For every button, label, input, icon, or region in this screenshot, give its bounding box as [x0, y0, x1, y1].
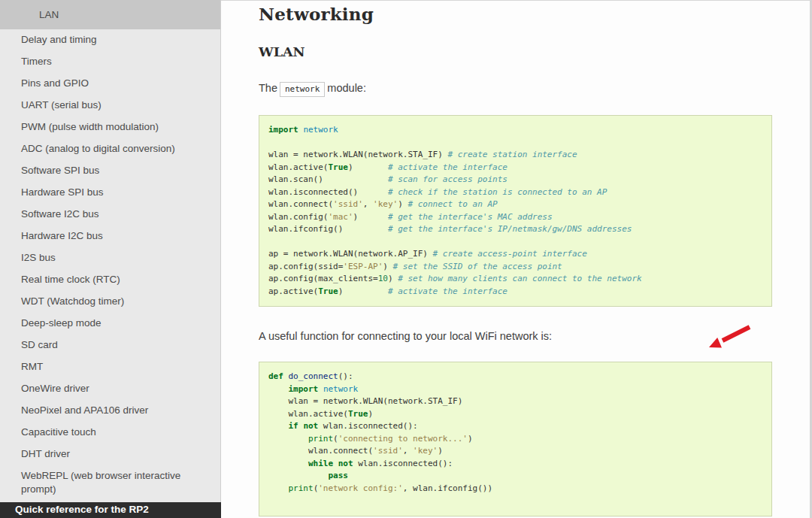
code-line: wlan.connect('ssid', 'key') [268, 445, 762, 458]
sidebar-item[interactable]: Hardware I2C bus [0, 226, 220, 247]
sidebar-item[interactable]: ADC (analog to digital conversion) [0, 138, 220, 160]
intro-paragraph: Thenetworkmodule: [259, 80, 774, 97]
code-line: wlan.config('mac') # get the interface's… [268, 211, 762, 224]
sidebar-item[interactable]: Delay and timing [0, 29, 220, 51]
sidebar-item[interactable]: Software I2C bus [0, 204, 220, 226]
code-line: print('network config:', wlan.ifconfig()… [268, 483, 762, 495]
code-line: wlan = network.WLAN(network.STA_IF) [268, 395, 762, 408]
code-line: ap.config(max_clients=10) # set how many… [268, 273, 762, 286]
code-line: import network [268, 124, 762, 137]
code-line: wlan.scan() # scan for access points [268, 174, 762, 186]
sidebar-item[interactable]: I2S bus [0, 247, 220, 269]
intro-text-before: The [259, 82, 277, 94]
code-line: ap.config(ssid='ESP-AP') # set the SSID … [268, 261, 762, 274]
code-line: wlan.active(True) [268, 408, 762, 421]
sidebar: LAN Delay and timingTimersPins and GPIOU… [0, 0, 221, 518]
sidebar-item[interactable]: SD card [0, 335, 220, 356]
content-area: Networking WLAN Thenetworkmodule: import… [221, 0, 812, 518]
code-line: ap = network.WLAN(network.AP_IF) # creat… [268, 248, 762, 261]
sidebar-item[interactable]: RMT [0, 356, 220, 378]
code-line [268, 495, 762, 507]
sidebar-item[interactable]: Capacitive touch [0, 422, 220, 444]
sidebar-item[interactable]: Real time clock (RTC) [0, 269, 220, 291]
code-line: ap.active(True) # activate the interface [268, 286, 762, 298]
sidebar-item-lan[interactable]: LAN [0, 0, 220, 29]
page-title: Networking [259, 4, 774, 24]
sidebar-item[interactable]: UART (serial bus) [0, 95, 220, 117]
code-line: wlan.ifconfig() # get the interface's IP… [268, 223, 762, 236]
code-line: while not wlan.isconnected(): [268, 458, 762, 471]
code-line: if not wlan.isconnected(): [268, 420, 762, 433]
code-line: wlan.isconnected() # check if the statio… [268, 186, 762, 199]
code-block-do-connect: def do_connect(): import network wlan = … [259, 362, 772, 516]
red-arrow-annotation-icon [703, 323, 756, 356]
code-line [268, 236, 762, 249]
sidebar-item[interactable]: Hardware SPI bus [0, 182, 220, 204]
code-line: wlan.connect('ssid', 'key') # connect to… [268, 198, 762, 211]
sidebar-item[interactable]: Software SPI bus [0, 160, 220, 182]
code-line: print('connecting to network...') [268, 433, 762, 446]
section-title-wlan: WLAN [259, 44, 774, 59]
sidebar-footer-quick-reference[interactable]: Quick reference for the RP2 [0, 502, 221, 518]
code-line: pass [268, 470, 762, 483]
code-line: wlan.active(True) # activate the interfa… [268, 162, 762, 174]
sidebar-item[interactable]: WDT (Watchdog timer) [0, 291, 220, 313]
code-line: import network [268, 383, 762, 396]
sidebar-item[interactable]: Pins and GPIO [0, 73, 220, 95]
sidebar-item[interactable]: Deep-sleep mode [0, 313, 220, 335]
code-block-wlan-overview: import network wlan = network.WLAN(netwo… [259, 115, 772, 307]
sidebar-item[interactable]: WebREPL (web browser interactive prompt) [0, 465, 220, 501]
sidebar-item[interactable]: NeoPixel and APA106 driver [0, 400, 220, 422]
sidebar-item[interactable]: DHT driver [0, 444, 220, 465]
sidebar-item[interactable]: Timers [0, 51, 220, 73]
note-paragraph: A useful function for connecting to your… [259, 329, 774, 344]
code-line: def do_connect(): [268, 371, 762, 383]
sidebar-item[interactable]: PWM (pulse width modulation) [0, 117, 220, 138]
sidebar-item[interactable]: OneWire driver [0, 378, 220, 400]
code-line: wlan = network.WLAN(network.STA_IF) # cr… [268, 149, 762, 162]
inline-code-network: network [280, 82, 325, 97]
code-line [268, 137, 762, 150]
sidebar-nav: Delay and timingTimersPins and GPIOUART … [0, 29, 220, 501]
intro-text-after: module: [327, 82, 366, 94]
page: LAN Delay and timingTimersPins and GPIOU… [0, 0, 812, 518]
